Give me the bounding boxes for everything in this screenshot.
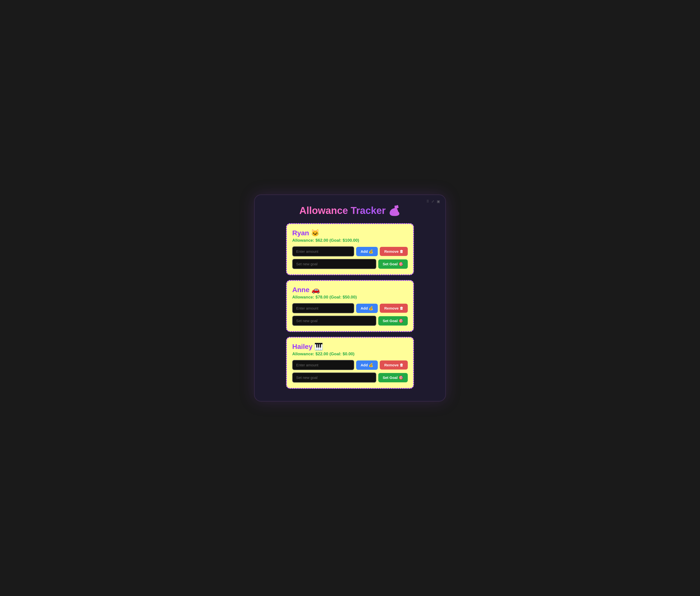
goal-input-hailey[interactable] [292, 372, 376, 382]
goal-row-hailey: Set Goal 🎯 [292, 372, 408, 382]
amount-row-hailey: Add 💰 Remove 🗑 [292, 360, 408, 370]
goal-input-ryan[interactable] [292, 259, 376, 269]
child-allowance-ryan: Allowance: $62.00 (Goal: $100.00) [292, 238, 408, 243]
amount-row-anne: Add 💰 Remove 🗑 [292, 303, 408, 313]
cards-container: Ryan 🐱 Allowance: $62.00 (Goal: $100.00)… [262, 223, 438, 389]
goal-row-anne: Set Goal 🎯 [292, 316, 408, 326]
window-icon[interactable]: ▣ [437, 199, 440, 203]
goal-row-ryan: Set Goal 🎯 [292, 259, 408, 269]
expand-icon[interactable]: ⤢ [431, 199, 434, 203]
child-allowance-anne: Allowance: $78.00 (Goal: $50.00) [292, 295, 408, 300]
child-card-hailey: Hailey 🎹 Allowance: $22.00 (Goal: $0.00)… [286, 337, 414, 389]
set-goal-button-ryan[interactable]: Set Goal 🎯 [378, 259, 408, 269]
add-button-anne[interactable]: Add 💰 [356, 304, 378, 313]
amount-input-ryan[interactable] [292, 246, 354, 256]
grid-icon[interactable]: ⠿ [426, 199, 429, 203]
amount-row-ryan: Add 💰 Remove 🗑 [292, 246, 408, 256]
app-title: Allowance Tracker 💰 [262, 205, 438, 216]
goal-input-anne[interactable] [292, 316, 376, 326]
device-controls: ⠿ ⤢ ▣ [426, 199, 440, 203]
add-button-hailey[interactable]: Add 💰 [356, 361, 378, 370]
remove-button-hailey[interactable]: Remove 🗑 [380, 361, 408, 370]
remove-button-ryan[interactable]: Remove 🗑 [380, 247, 408, 256]
child-name-ryan: Ryan 🐱 [292, 229, 408, 237]
set-goal-button-hailey[interactable]: Set Goal 🎯 [378, 373, 408, 382]
add-button-ryan[interactable]: Add 💰 [356, 247, 378, 256]
remove-button-anne[interactable]: Remove 🗑 [380, 304, 408, 313]
child-name-anne: Anne 🚗 [292, 286, 408, 294]
amount-input-anne[interactable] [292, 303, 354, 313]
device-frame: ⠿ ⤢ ▣ Allowance Tracker 💰 Ryan 🐱 Allowan… [254, 195, 446, 401]
child-name-hailey: Hailey 🎹 [292, 343, 408, 351]
child-card-anne: Anne 🚗 Allowance: $78.00 (Goal: $50.00) … [286, 280, 414, 332]
child-allowance-hailey: Allowance: $22.00 (Goal: $0.00) [292, 352, 408, 356]
amount-input-hailey[interactable] [292, 360, 354, 370]
child-card-ryan: Ryan 🐱 Allowance: $62.00 (Goal: $100.00)… [286, 223, 414, 275]
set-goal-button-anne[interactable]: Set Goal 🎯 [378, 316, 408, 326]
